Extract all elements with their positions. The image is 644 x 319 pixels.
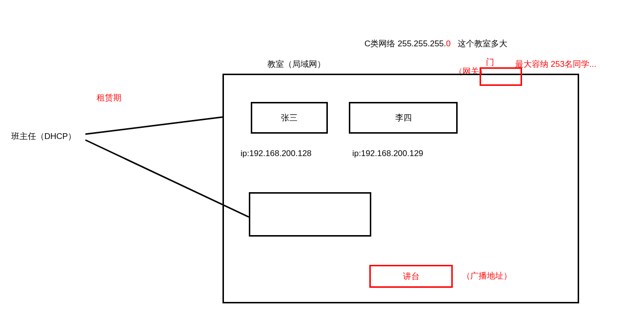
host1-ip-label: ip:192.168.200.128 bbox=[241, 149, 312, 159]
broadcast-addr-label: （广播地址） bbox=[462, 270, 512, 281]
network-class-zero: 0 bbox=[446, 39, 450, 48]
network-class-prefix: C类网络 255.255.255. bbox=[364, 39, 446, 48]
svg-line-0 bbox=[85, 117, 222, 134]
host-zhangsan-box: 张三 bbox=[251, 102, 328, 134]
classroom-title: 教室（局域网） bbox=[267, 59, 325, 70]
homeroom-teacher-label: 班主任（DHCP） bbox=[11, 131, 76, 142]
host2-name: 李四 bbox=[395, 112, 412, 123]
empty-host-box bbox=[249, 192, 371, 237]
host-lisi-box: 李四 bbox=[349, 102, 458, 134]
room-size-question: 这个教室多大 bbox=[458, 39, 507, 48]
network-class-label: C类网络 255.255.255.0 这个教室多大 bbox=[364, 38, 507, 49]
podium-label: 讲台 bbox=[403, 271, 420, 282]
gateway-box bbox=[480, 67, 522, 86]
podium-box: 讲台 bbox=[369, 265, 453, 288]
host2-ip-label: ip:192.168.200.129 bbox=[352, 149, 423, 159]
max-capacity-label: 最大容纳 253名同学... bbox=[515, 59, 596, 70]
host1-name: 张三 bbox=[281, 112, 298, 123]
lease-period-label: 租赁期 bbox=[97, 92, 121, 103]
